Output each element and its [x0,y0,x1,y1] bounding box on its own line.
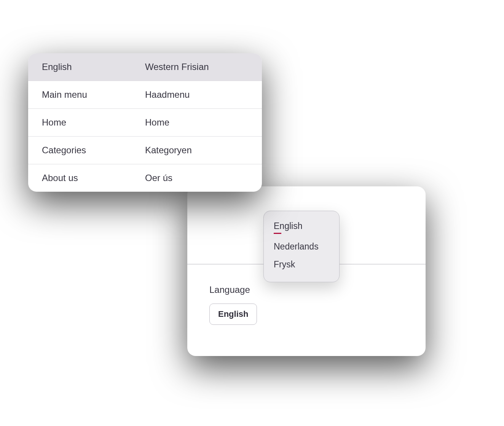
dropdown-option-label: Nederlands [274,242,319,251]
translation-table-card: English Western Frisian Main menu Haadme… [28,53,262,192]
dropdown-option-frysk[interactable]: Frysk [264,256,339,273]
column-header-source: English [42,62,145,72]
source-cell: Home [42,117,145,128]
language-dropdown: English Nederlands Frysk [263,211,340,282]
language-label: Language [209,285,250,295]
target-cell: Kategoryen [145,145,248,156]
target-cell: Home [145,117,248,128]
translation-table-header: English Western Frisian [28,53,262,81]
dropdown-option-nederlands[interactable]: Nederlands [264,238,339,256]
dropdown-option-label: English [274,221,302,231]
source-cell: Categories [42,145,145,156]
target-cell: Oer ús [145,173,248,183]
dropdown-option-english[interactable]: English [264,217,339,238]
table-row: Home Home [28,108,262,136]
dropdown-option-label: Frysk [274,259,295,269]
table-row: About us Oer ús [28,164,262,192]
column-header-target: Western Frisian [145,62,248,72]
language-selector-card: Language English English Nederlands Frys… [187,186,426,356]
source-cell: Main menu [42,89,145,100]
table-row: Main menu Haadmenu [28,81,262,108]
target-cell: Haadmenu [145,89,248,100]
source-cell: About us [42,173,145,183]
selected-underline [274,233,281,234]
table-row: Categories Kategoryen [28,136,262,164]
language-select-button[interactable]: English [209,304,257,325]
